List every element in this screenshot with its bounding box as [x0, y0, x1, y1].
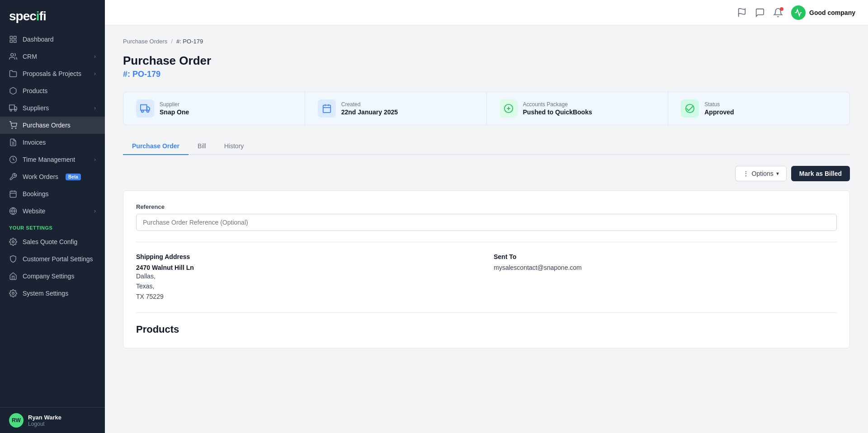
quickbooks-icon [504, 104, 514, 113]
sidebar-item-work-orders[interactable]: Work Orders Beta [0, 168, 105, 185]
sidebar-item-website[interactable]: Website › [0, 202, 105, 220]
chevron-right-icon: › [94, 71, 96, 77]
topbar: Good company [105, 0, 868, 25]
user-info: Ryan Warke Logout [28, 414, 61, 427]
bell-icon[interactable] [773, 8, 783, 18]
sidebar-item-suppliers[interactable]: Suppliers › [0, 99, 105, 117]
sidebar-item-label: Work Orders [23, 173, 58, 180]
products-title: Products [136, 324, 837, 335]
address-line2: Dallas, [136, 271, 479, 281]
options-button[interactable]: ⋮ Options ▾ [735, 166, 787, 181]
info-card-accounts-label: Accounts Package [523, 101, 592, 108]
logout-button[interactable]: Logout [28, 421, 61, 427]
sidebar-item-time-management[interactable]: Time Management › [0, 151, 105, 168]
sidebar-item-label: Customer Portal Settings [23, 255, 93, 263]
sidebar-item-crm[interactable]: CRM › [0, 48, 105, 65]
message-icon[interactable] [755, 8, 765, 18]
main-area: Good company Purchase Orders / #: PO-179… [105, 0, 868, 433]
settings-icon [9, 238, 17, 246]
info-card-status-value: Approved [704, 108, 734, 116]
info-card-created-label: Created [341, 101, 398, 108]
box-icon [9, 87, 17, 95]
page-title: Purchase Order [123, 54, 850, 68]
accounts-icon-container [500, 99, 518, 118]
tabs: Purchase Order Bill History [123, 138, 850, 155]
info-card-status: Status Approved [668, 92, 849, 125]
svg-point-4 [11, 53, 14, 56]
info-card-created-value: 22nd January 2025 [341, 108, 398, 116]
form-card: Reference Shipping Address 2470 Walnut H… [123, 190, 850, 348]
wrench-icon [9, 173, 17, 181]
sidebar-item-label: Invoices [23, 139, 46, 146]
sidebar-item-label: Proposals & Projects [23, 70, 81, 77]
svg-point-20 [12, 241, 14, 243]
info-card-supplier-value: Snap One [160, 108, 189, 116]
breadcrumb-separator: / [171, 38, 173, 45]
cart-icon [9, 121, 17, 129]
mark-billed-button[interactable]: Mark as Billed [791, 166, 850, 181]
address-line3: Texas, [136, 281, 479, 291]
doc-icon [9, 138, 17, 146]
company-avatar [791, 5, 806, 20]
sidebar-item-bookings[interactable]: Bookings [0, 185, 105, 202]
svg-rect-3 [14, 40, 16, 42]
svg-point-21 [12, 292, 14, 295]
reference-input[interactable] [136, 214, 837, 231]
content-area: Purchase Orders / #: PO-179 Purchase Ord… [105, 25, 868, 433]
svg-point-26 [147, 110, 149, 113]
options-label: Options [752, 170, 774, 177]
info-card-created: Created 22nd January 2025 [305, 92, 487, 125]
svg-rect-23 [141, 105, 147, 110]
sidebar-item-company-settings[interactable]: Company Settings [0, 268, 105, 285]
sent-to-section: Sent To mysalescontact@snapone.com [494, 253, 837, 301]
address-line4: TX 75229 [136, 292, 479, 301]
gear-icon [9, 289, 17, 297]
sidebar-item-label: Website [23, 207, 45, 215]
sidebar-item-system-settings[interactable]: System Settings [0, 285, 105, 302]
company-selector[interactable]: Good company [791, 5, 855, 20]
supplier-icon-container [136, 99, 154, 118]
sidebar-item-sales-quote-config[interactable]: Sales Quote Config [0, 233, 105, 250]
sidebar-item-dashboard[interactable]: Dashboard [0, 31, 105, 48]
sidebar-item-label: Products [23, 87, 47, 94]
sidebar-item-label: CRM [23, 53, 37, 60]
svg-rect-0 [10, 36, 12, 38]
check-circle-icon [685, 104, 695, 113]
shipping-address: Shipping Address 2470 Walnut Hill Ln Dal… [136, 253, 479, 301]
beta-badge: Beta [66, 174, 81, 180]
options-dots-icon: ⋮ [743, 170, 749, 177]
company-name: Good company [809, 9, 855, 16]
info-card-status-label: Status [704, 101, 734, 108]
globe-icon [9, 207, 17, 215]
divider [136, 312, 837, 313]
calendar-icon [322, 104, 332, 113]
chevron-right-icon: › [94, 105, 96, 111]
info-card-created-text: Created 22nd January 2025 [341, 101, 398, 116]
actions-bar: ⋮ Options ▾ Mark as Billed [123, 166, 850, 181]
info-card-supplier: Supplier Snap One [123, 92, 305, 125]
breadcrumb-parent[interactable]: Purchase Orders [123, 38, 167, 45]
address-line1: 2470 Walnut Hill Ln [136, 264, 479, 271]
svg-point-8 [14, 109, 16, 111]
tab-bill[interactable]: Bill [189, 138, 215, 155]
tab-purchase-order[interactable]: Purchase Order [123, 138, 189, 155]
sidebar-item-customer-portal-settings[interactable]: Customer Portal Settings [0, 250, 105, 268]
sidebar-item-invoices[interactable]: Invoices [0, 134, 105, 151]
svg-marker-24 [147, 107, 150, 110]
tab-history[interactable]: History [215, 138, 253, 155]
sidebar-item-purchase-orders[interactable]: Purchase Orders [0, 117, 105, 134]
users-icon [9, 52, 17, 61]
info-cards: Supplier Snap One Created 22nd January 2… [123, 92, 850, 125]
sidebar-item-label: Company Settings [23, 273, 74, 280]
flag-icon[interactable] [737, 8, 747, 18]
created-icon-container [318, 99, 336, 118]
chevron-right-icon: › [94, 53, 96, 60]
clock-icon [9, 155, 17, 164]
sidebar-item-products[interactable]: Products [0, 82, 105, 99]
sidebar-item-proposals[interactable]: Proposals & Projects › [0, 65, 105, 82]
page-subtitle: #: PO-179 [123, 70, 850, 79]
sidebar-nav: Dashboard CRM › Proposals & Projects › P… [0, 31, 105, 407]
truck-icon [140, 104, 150, 113]
svg-rect-1 [14, 36, 16, 38]
svg-rect-27 [323, 105, 331, 113]
